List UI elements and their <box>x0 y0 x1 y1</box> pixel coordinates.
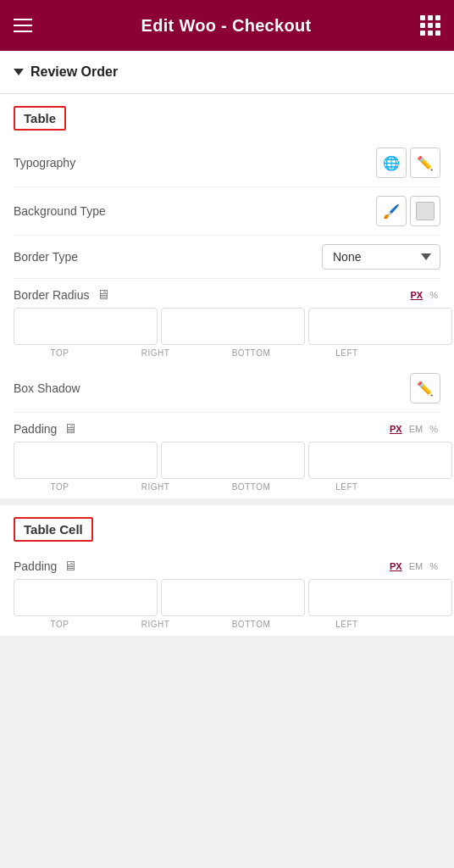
cell-padding-label-bottom: BOTTOM <box>205 620 297 629</box>
table-padding-label-group: Padding 🖥 <box>14 421 77 437</box>
monitor-icon: 🖥 <box>97 287 110 303</box>
border-radius-input-labels: TOP RIGHT BOTTOM LEFT <box>14 347 440 364</box>
padding-label-left: LEFT <box>301 482 393 492</box>
table-cell-section-label: Table Cell <box>14 517 93 542</box>
globe-icon: 🌐 <box>383 155 400 171</box>
cell-padding-bottom-input[interactable] <box>308 579 452 616</box>
header: Edit Woo - Checkout <box>0 0 454 51</box>
cell-padding-label-spacer <box>396 620 440 629</box>
padding-label-spacer <box>396 482 440 492</box>
background-type-controls: 🖌️ <box>376 196 440 226</box>
background-brush-button[interactable]: 🖌️ <box>376 196 407 226</box>
table-padding-unit-percent[interactable]: % <box>427 423 440 435</box>
color-swatch-icon <box>416 202 435 220</box>
table-section-label: Table <box>14 106 66 131</box>
cell-padding-unit-px[interactable]: PX <box>387 560 405 572</box>
table-padding-bottom-input[interactable] <box>308 442 452 479</box>
box-shadow-pencil-button[interactable]: ✏️ <box>410 373 440 403</box>
table-padding-right-input[interactable] <box>161 442 305 479</box>
border-type-controls: None Solid Dashed Dotted <box>322 244 440 270</box>
border-radius-inputs: 🔗 <box>14 303 440 347</box>
section-divider <box>0 498 454 505</box>
border-radius-unit-px[interactable]: PX <box>408 289 426 301</box>
table-cell-panel: Table Cell Padding 🖥 PX EM % <box>0 505 454 636</box>
border-radius-top-input[interactable] <box>14 308 158 345</box>
header-title: Edit Woo - Checkout <box>141 16 312 36</box>
background-type-row: Background Type 🖌️ <box>14 187 440 236</box>
box-shadow-label: Box Shadow <box>14 381 80 395</box>
border-type-select[interactable]: None Solid Dashed Dotted <box>322 244 440 270</box>
brush-icon: 🖌️ <box>383 203 400 220</box>
table-padding-header-row: Padding 🖥 PX EM % <box>14 413 440 437</box>
border-radius-unit-tabs: PX % <box>408 289 440 301</box>
border-radius-label: Border Radius <box>14 288 90 302</box>
table-padding-label: Padding <box>14 422 57 436</box>
label-right: RIGHT <box>109 348 202 358</box>
typography-controls: 🌐 ✏️ <box>376 147 440 178</box>
border-radius-unit-percent[interactable]: % <box>427 289 440 301</box>
pencil-icon: ✏️ <box>417 155 434 171</box>
cell-padding-unit-em[interactable]: EM <box>407 560 426 572</box>
cell-padding-input-labels: TOP RIGHT BOTTOM LEFT <box>14 618 440 636</box>
cell-padding-label-right: RIGHT <box>109 620 202 629</box>
table-padding-section: Padding 🖥 PX EM % 🔗 TOP <box>14 413 440 498</box>
table-padding-input-labels: TOP RIGHT BOTTOM LEFT <box>14 481 440 498</box>
border-type-label: Border Type <box>14 250 78 264</box>
border-radius-section: Border Radius 🖥 PX % 🔗 TOP RIGHT <box>14 279 440 364</box>
padding-label-top: TOP <box>14 482 106 492</box>
label-bottom: BOTTOM <box>205 348 297 358</box>
typography-globe-button[interactable]: 🌐 <box>376 147 407 178</box>
cell-padding-unit-tabs: PX EM % <box>387 560 440 572</box>
typography-row: Typography 🌐 ✏️ <box>14 139 440 187</box>
chevron-down-icon <box>14 69 24 75</box>
hamburger-icon[interactable] <box>14 19 32 32</box>
typography-pencil-button[interactable]: ✏️ <box>410 147 440 178</box>
background-swatch-button[interactable] <box>410 196 440 226</box>
review-order-header[interactable]: Review Order <box>0 51 454 93</box>
cell-padding-header-row: Padding 🖥 PX EM % <box>14 550 440 574</box>
border-radius-bottom-input[interactable] <box>308 308 452 345</box>
cell-padding-label-left: LEFT <box>301 620 393 629</box>
border-type-row: Border Type None Solid Dashed Dotted <box>14 236 440 279</box>
review-order-title: Review Order <box>30 64 118 80</box>
table-padding-inputs: 🔗 <box>14 437 440 481</box>
table-padding-unit-tabs: PX EM % <box>387 423 440 435</box>
box-shadow-row: Box Shadow ✏️ <box>14 364 440 413</box>
padding-label-right: RIGHT <box>109 482 202 492</box>
border-radius-header-row: Border Radius 🖥 PX % <box>14 279 440 303</box>
padding-label-bottom: BOTTOM <box>205 482 297 492</box>
table-panel: Table Typography 🌐 ✏️ Background Type 🖌️ <box>0 94 454 498</box>
label-top: TOP <box>14 348 106 358</box>
label-left: LEFT <box>301 348 393 358</box>
cell-padding-section: Padding 🖥 PX EM % 🔗 TOP <box>14 550 440 636</box>
cell-padding-right-input[interactable] <box>161 579 305 616</box>
box-shadow-controls: ✏️ <box>410 373 440 403</box>
border-radius-right-input[interactable] <box>161 308 305 345</box>
cell-padding-top-input[interactable] <box>14 579 158 616</box>
table-padding-unit-px[interactable]: PX <box>387 423 405 435</box>
apps-grid-icon[interactable] <box>420 15 440 36</box>
cell-padding-unit-percent[interactable]: % <box>427 560 440 572</box>
cell-padding-label: Padding <box>14 559 57 573</box>
cell-padding-monitor-icon: 🖥 <box>64 559 77 574</box>
table-padding-unit-em[interactable]: EM <box>407 423 426 435</box>
box-shadow-pencil-icon: ✏️ <box>417 381 434 397</box>
label-spacer <box>396 348 440 358</box>
cell-padding-label-group: Padding 🖥 <box>14 559 77 574</box>
cell-padding-inputs: 🔗 <box>14 574 440 618</box>
typography-label: Typography <box>14 156 75 170</box>
cell-padding-label-top: TOP <box>14 620 106 629</box>
background-type-label: Background Type <box>14 204 106 218</box>
table-padding-top-input[interactable] <box>14 442 158 479</box>
table-padding-monitor-icon: 🖥 <box>64 421 77 437</box>
border-radius-label-group: Border Radius 🖥 <box>14 287 110 303</box>
